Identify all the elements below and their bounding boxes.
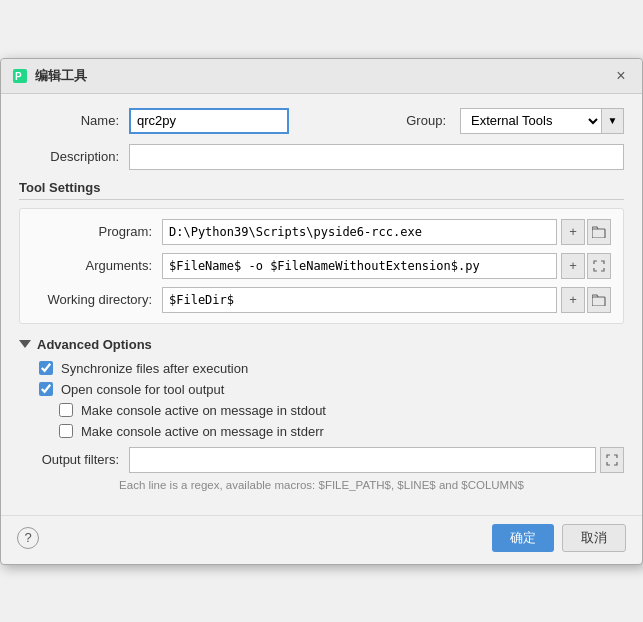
console-stderr-label: Make console active on message in stderr <box>81 424 324 439</box>
output-filters-label: Output filters: <box>19 452 129 467</box>
arguments-buttons: + <box>561 253 611 279</box>
edit-tool-dialog: P 编辑工具 × Name: Group: External Tools ▼ <box>0 58 643 565</box>
working-dir-row: Working directory: + <box>32 287 611 313</box>
advanced-options-section: Advanced Options Synchronize files after… <box>19 334 624 491</box>
title-bar: P 编辑工具 × <box>1 59 642 94</box>
description-row: Description: <box>19 144 624 170</box>
close-button[interactable]: × <box>610 65 632 87</box>
sync-files-label: Synchronize files after execution <box>61 361 248 376</box>
working-dir-label: Working directory: <box>32 292 162 307</box>
dialog-body: Name: Group: External Tools ▼ Descriptio… <box>1 94 642 515</box>
description-label: Description: <box>19 149 129 164</box>
working-dir-buttons: + <box>561 287 611 313</box>
svg-rect-2 <box>592 229 605 238</box>
console-stdout-label: Make console active on message in stdout <box>81 403 326 418</box>
program-buttons: + <box>561 219 611 245</box>
group-dropdown-icon[interactable]: ▼ <box>601 109 623 133</box>
output-filters-expand-button[interactable] <box>600 447 624 473</box>
console-stderr-checkbox[interactable] <box>59 424 73 438</box>
group-label: Group: <box>406 113 454 128</box>
dialog-footer: ? 确定 取消 <box>1 515 642 564</box>
output-filters-input[interactable] <box>129 447 596 473</box>
output-filters-buttons <box>600 447 624 473</box>
program-row: Program: + <box>32 219 611 245</box>
confirm-button[interactable]: 确定 <box>492 524 554 552</box>
sync-files-row: Synchronize files after execution <box>19 361 624 376</box>
advanced-options-title: Advanced Options <box>37 337 152 352</box>
tool-settings-header: Tool Settings <box>19 180 624 200</box>
group-select[interactable]: External Tools <box>461 109 601 133</box>
expand-triangle-icon <box>19 340 31 348</box>
working-dir-add-button[interactable]: + <box>561 287 585 313</box>
dialog-title: 编辑工具 <box>35 67 610 85</box>
arguments-input[interactable] <box>162 253 557 279</box>
console-stdout-row: Make console active on message in stdout <box>19 403 624 418</box>
arguments-expand-button[interactable] <box>587 253 611 279</box>
working-dir-input[interactable] <box>162 287 557 313</box>
arguments-add-button[interactable]: + <box>561 253 585 279</box>
program-label: Program: <box>32 224 162 239</box>
name-input[interactable] <box>129 108 289 134</box>
svg-rect-3 <box>592 297 605 306</box>
footer-right: 确定 取消 <box>492 524 626 552</box>
working-dir-folder-button[interactable] <box>587 287 611 313</box>
arguments-row: Arguments: + <box>32 253 611 279</box>
open-console-row: Open console for tool output <box>19 382 624 397</box>
footer-left: ? <box>17 527 39 549</box>
group-select-wrapper: External Tools ▼ <box>460 108 624 134</box>
group-part: Group: External Tools ▼ <box>406 108 624 134</box>
sync-files-checkbox[interactable] <box>39 361 53 375</box>
hint-text: Each line is a regex, available macros: … <box>19 479 624 491</box>
open-console-checkbox[interactable] <box>39 382 53 396</box>
description-input[interactable] <box>129 144 624 170</box>
program-add-button[interactable]: + <box>561 219 585 245</box>
name-part: Name: <box>19 108 388 134</box>
cancel-button[interactable]: 取消 <box>562 524 626 552</box>
console-stderr-row: Make console active on message in stderr <box>19 424 624 439</box>
tool-settings-box: Program: + Arguments: + <box>19 208 624 324</box>
arguments-label: Arguments: <box>32 258 162 273</box>
name-label: Name: <box>19 113 129 128</box>
program-input[interactable] <box>162 219 557 245</box>
console-stdout-checkbox[interactable] <box>59 403 73 417</box>
name-group-row: Name: Group: External Tools ▼ <box>19 108 624 134</box>
program-folder-button[interactable] <box>587 219 611 245</box>
app-icon: P <box>11 67 29 85</box>
open-console-label: Open console for tool output <box>61 382 224 397</box>
svg-text:P: P <box>15 71 22 82</box>
help-button[interactable]: ? <box>17 527 39 549</box>
output-filters-row: Output filters: <box>19 447 624 473</box>
advanced-options-header[interactable]: Advanced Options <box>19 334 624 355</box>
